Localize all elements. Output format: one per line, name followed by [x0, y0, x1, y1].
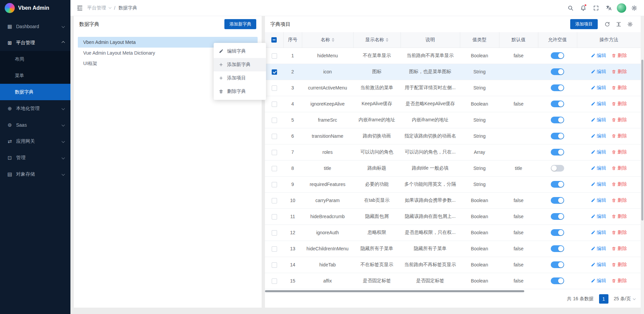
allow-empty-toggle[interactable]	[551, 213, 564, 220]
translate-icon[interactable]	[602, 0, 615, 16]
page-number-button[interactable]: 1	[599, 294, 608, 304]
delete-button[interactable]: 删除	[611, 133, 627, 139]
row-checkbox[interactable]	[272, 118, 277, 123]
allow-empty-toggle[interactable]	[551, 277, 564, 284]
edit-button[interactable]: 编辑	[591, 213, 606, 219]
edit-button[interactable]: 编辑	[591, 181, 606, 187]
edit-button[interactable]: 编辑	[591, 69, 606, 75]
settings-gear-icon[interactable]	[628, 0, 641, 16]
delete-button[interactable]: 删除	[611, 101, 627, 107]
allow-empty-toggle[interactable]	[551, 165, 564, 172]
edit-button[interactable]: 编辑	[591, 278, 606, 284]
allow-empty-toggle[interactable]	[551, 197, 564, 204]
edit-button[interactable]: 编辑	[591, 101, 606, 107]
search-icon[interactable]	[564, 0, 577, 16]
notification-bell-icon[interactable]	[577, 0, 590, 16]
allow-empty-toggle[interactable]	[551, 149, 564, 155]
allow-empty-toggle[interactable]	[551, 229, 564, 236]
delete-button[interactable]: 删除	[611, 246, 627, 252]
edit-button[interactable]: 编辑	[591, 85, 606, 91]
allow-empty-toggle[interactable]	[551, 101, 564, 107]
topbar-actions	[564, 0, 641, 16]
edit-button[interactable]: 编辑	[591, 53, 606, 59]
row-checkbox[interactable]	[272, 150, 277, 155]
allow-empty-toggle[interactable]	[551, 261, 564, 268]
sidebar-item-app-gateway[interactable]: ⇄应用网关	[0, 133, 70, 149]
context-menu-item[interactable]: 添加新字典	[214, 58, 266, 71]
select-all-checkbox[interactable]	[271, 37, 277, 43]
app-logo[interactable]: Vben Admin	[0, 0, 70, 16]
context-menu-item[interactable]: 编辑字典	[214, 45, 266, 58]
delete-button[interactable]: 删除	[611, 165, 627, 171]
edit-button[interactable]: 编辑	[591, 246, 606, 252]
row-name: hideTab	[302, 257, 353, 273]
edit-button[interactable]: 编辑	[591, 197, 606, 203]
delete-button[interactable]: 删除	[611, 278, 627, 284]
sidebar-item-object-storage[interactable]: ▤对象存储	[0, 166, 70, 182]
vertical-scrollbar-thumb[interactable]	[641, 60, 643, 221]
allow-empty-toggle[interactable]	[551, 245, 564, 252]
allow-empty-toggle[interactable]	[551, 68, 564, 75]
row-checkbox[interactable]	[272, 214, 277, 219]
allow-empty-toggle[interactable]	[551, 133, 564, 139]
row-density-icon[interactable]	[613, 19, 624, 29]
row-checkbox[interactable]	[272, 246, 277, 252]
breadcrumb-section[interactable]: 平台管理	[87, 5, 106, 11]
allow-empty-toggle[interactable]	[551, 84, 564, 91]
sidebar-item-layout[interactable]: 布局	[0, 51, 70, 67]
context-menu-item[interactable]: 添加项目	[214, 71, 266, 85]
user-avatar[interactable]	[615, 0, 628, 16]
page-size-select[interactable]: 25 条/页	[614, 296, 635, 302]
row-checkbox[interactable]	[272, 230, 277, 236]
row-checkbox[interactable]	[272, 53, 277, 59]
row-checkbox[interactable]	[272, 182, 277, 187]
row-display-name: 可以访问的角色	[353, 144, 400, 160]
delete-button[interactable]: 删除	[611, 230, 627, 236]
delete-button[interactable]: 删除	[611, 117, 627, 123]
menu-fold-icon[interactable]	[74, 0, 86, 16]
sidebar-item-dashboard[interactable]: ▦Dashboard	[0, 18, 70, 35]
fullscreen-icon[interactable]	[590, 0, 602, 16]
delete-button[interactable]: 删除	[611, 262, 627, 268]
sort-icon[interactable]	[332, 38, 334, 42]
add-item-button[interactable]: 添加项目	[570, 19, 598, 29]
sidebar-item-saas[interactable]: ⊚Saas	[0, 117, 70, 133]
sidebar-item-management[interactable]: ⊡管理	[0, 149, 70, 166]
delete-button[interactable]: 删除	[611, 53, 627, 59]
edit-button[interactable]: 编辑	[591, 165, 606, 171]
delete-button[interactable]: 删除	[611, 85, 627, 91]
sidebar-item-menu[interactable]: 菜单	[0, 67, 70, 84]
vertical-scrollbar-track[interactable]	[641, 16, 644, 314]
row-checkbox[interactable]	[272, 262, 277, 268]
delete-button[interactable]: 删除	[611, 181, 627, 187]
delete-button[interactable]: 删除	[611, 149, 627, 155]
horizontal-scrollbar[interactable]	[265, 290, 524, 292]
row-checkbox[interactable]	[272, 278, 277, 284]
edit-button[interactable]: 编辑	[591, 230, 606, 236]
sidebar-item-data-dictionary[interactable]: 数据字典	[0, 84, 70, 100]
sidebar-item-platform[interactable]: ⊞平台管理	[0, 35, 70, 51]
column-settings-gear-icon[interactable]	[625, 19, 635, 29]
edit-button[interactable]: 编辑	[591, 133, 606, 139]
allow-empty-toggle[interactable]	[551, 117, 564, 123]
row-checkbox[interactable]	[272, 134, 277, 139]
row-checkbox[interactable]	[272, 102, 277, 107]
allow-empty-toggle[interactable]	[551, 52, 564, 59]
edit-button[interactable]: 编辑	[591, 117, 606, 123]
refresh-icon[interactable]	[602, 19, 612, 29]
edit-button[interactable]: 编辑	[591, 262, 606, 268]
delete-button[interactable]: 删除	[611, 69, 627, 75]
context-menu-item[interactable]: 删除字典	[214, 85, 266, 98]
delete-button-label: 删除	[618, 69, 627, 75]
delete-button[interactable]: 删除	[611, 213, 627, 219]
sidebar-item-localization[interactable]: ⊕本地化管理	[0, 100, 70, 117]
edit-button[interactable]: 编辑	[591, 149, 606, 155]
sort-icon[interactable]	[386, 38, 388, 42]
row-checkbox[interactable]	[272, 166, 277, 171]
add-dictionary-button[interactable]: 添加新字典	[224, 19, 256, 29]
row-checkbox[interactable]	[272, 69, 277, 75]
allow-empty-toggle[interactable]	[551, 181, 564, 188]
row-checkbox[interactable]	[272, 198, 277, 203]
row-checkbox[interactable]	[272, 85, 277, 91]
delete-button[interactable]: 删除	[611, 197, 627, 203]
